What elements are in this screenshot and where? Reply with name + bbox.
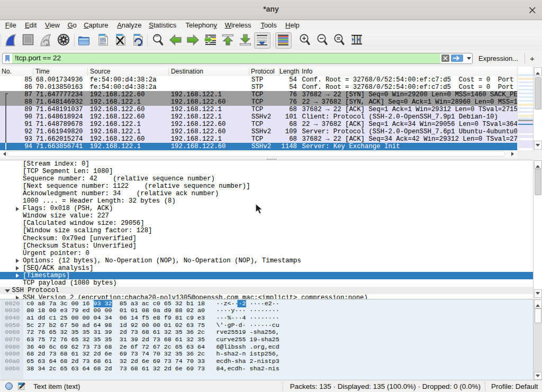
svg-text:0111: 0111	[100, 42, 106, 45]
